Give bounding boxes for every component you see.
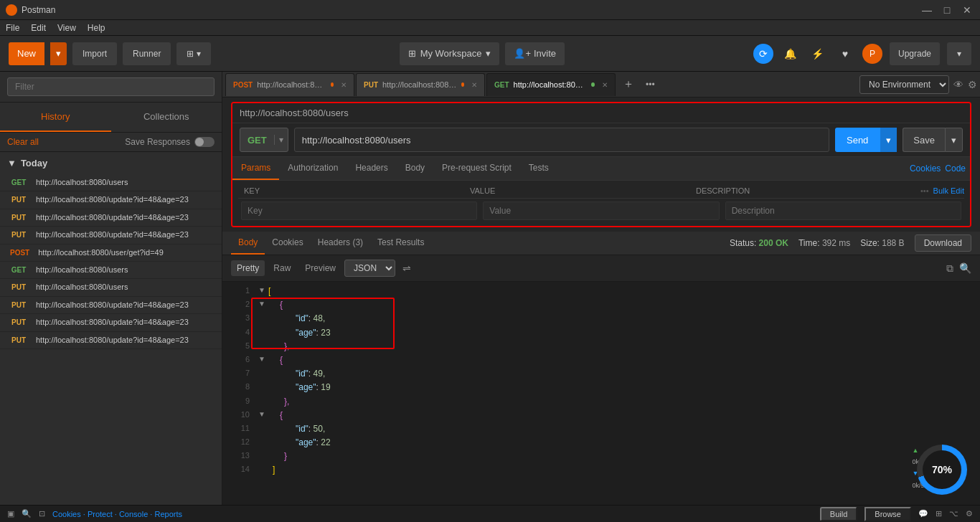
clear-all-button[interactable]: Clear all [7,137,39,147]
close-button[interactable]: ✕ [960,3,974,17]
env-settings-button[interactable]: ⚙ [968,79,977,90]
main-layout: History Collections Clear all Save Respo… [0,72,980,505]
description-input[interactable] [725,201,961,220]
tab-headers[interactable]: Headers [347,157,396,180]
tab-post-person[interactable]: POST http://localhost:8080/person/s ✕ [225,73,354,96]
menu-view[interactable]: View [57,23,76,33]
cookies-link[interactable]: Cookies [910,158,941,179]
menu-edit[interactable]: Edit [31,23,46,33]
tab-close-icon[interactable]: ✕ [602,81,608,89]
tab-body[interactable]: Body [397,157,433,180]
import-button[interactable]: Import [72,42,117,65]
list-item[interactable]: GET http://localhost:8080/users [0,174,222,191]
tab-params[interactable]: Params [232,157,279,180]
menu-file[interactable]: File [6,23,19,33]
new-dropdown-button[interactable]: ▾ [50,42,67,65]
search-icon[interactable]: 🔍 [22,509,32,518]
notifications-button[interactable]: 🔔 [781,44,801,64]
sidebar-toggle-icon[interactable]: ▣ [7,509,14,518]
time-label-text: Time: [798,238,820,248]
env-eye-button[interactable]: 👁 [953,79,963,90]
tab-history[interactable]: History [0,103,111,132]
code-brace: { [280,409,283,422]
avatar[interactable]: P [862,44,882,64]
environment-select[interactable]: No Environment [859,75,949,94]
tab-put-person[interactable]: PUT http://localhost:8080/person/sa ✕ [356,73,485,96]
tab-get-users[interactable]: GET http://localhost:8080/users ✕ [486,73,616,96]
save-dropdown-button[interactable]: ▾ [945,128,963,152]
tab-test-results[interactable]: Test Results [370,232,431,255]
settings-icon[interactable]: ⚙ [966,509,973,518]
more-tabs-button[interactable]: ••• [641,80,659,90]
list-item[interactable]: PUT http://localhost:8080/update?id=48&a… [0,209,222,227]
collapse-arrow[interactable]: ▼ [258,409,265,420]
workspace-button[interactable]: ⊞ My Workspace ▾ [400,42,500,65]
value-input[interactable] [483,201,719,220]
layout-button[interactable]: ⊞ ▾ [176,42,210,65]
alerts-button[interactable]: ⚡ [808,44,828,64]
copy-button[interactable]: ⧉ [946,262,953,275]
method-dropdown-arrow[interactable]: ▾ [274,135,288,145]
format-pretty-button[interactable]: Pretty [231,260,265,276]
upgrade-button[interactable]: Upgrade [890,42,940,65]
list-item[interactable]: PUT http://localhost:8080/update?id=48&a… [0,314,222,331]
collapse-arrow[interactable]: ▼ [258,353,265,365]
list-item[interactable]: PUT http://localhost:8080/users [0,279,222,296]
url-input[interactable] [294,128,829,152]
build-button[interactable]: Build [820,507,857,521]
list-item[interactable]: PUT http://localhost:8080/update?id=48&a… [0,227,222,244]
tab-response-cookies[interactable]: Cookies [265,232,310,255]
maximize-button[interactable]: □ [940,3,954,17]
sync-button[interactable]: ⟳ [753,44,773,64]
collapse-arrow[interactable]: ▼ [258,298,265,310]
filter-input[interactable] [7,77,215,96]
tab-collections[interactable]: Collections [111,103,222,132]
format-preview-button[interactable]: Preview [299,260,341,276]
code-icon[interactable]: ⌥ [949,509,958,518]
console-icon[interactable]: ⊡ [39,509,45,518]
save-button[interactable]: Save [903,128,945,152]
new-button[interactable]: New [9,42,44,65]
wrap-icon[interactable]: ⇌ [398,262,415,274]
code-area[interactable]: 1 ▼ [ 2 ▼ { 3 "id": 48, [222,282,980,505]
list-item[interactable]: PUT http://localhost:8080/update?id=48&a… [0,191,222,209]
menu-help[interactable]: Help [88,23,105,33]
code-content: "age": 22 [296,436,331,450]
tab-authorization[interactable]: Authorization [279,157,347,180]
list-item[interactable]: PUT http://localhost:8080/update?id=48&a… [0,332,222,349]
params-row [238,199,964,223]
list-item[interactable]: PUT http://localhost:8080/update?id=48&a… [0,297,222,314]
favorites-button[interactable]: ♥ [835,44,855,64]
list-item[interactable]: POST http://localhost:8080/user/get?id=4… [0,245,222,262]
upgrade-arrow-button[interactable]: ▾ [947,42,971,65]
tab-close-icon[interactable]: ✕ [341,81,347,89]
save-toggle[interactable] [194,137,215,147]
search-button[interactable]: 🔍 [959,262,971,275]
invite-button[interactable]: 👤+ Invite [505,42,565,65]
send-button[interactable]: Send [835,128,880,152]
send-dropdown-button[interactable]: ▾ [880,128,897,152]
tab-close-icon[interactable]: ✕ [471,81,477,89]
language-select[interactable]: JSON XML HTML [344,260,395,277]
format-raw-button[interactable]: Raw [268,260,296,276]
download-button[interactable]: Download [915,234,971,252]
more-options-icon[interactable]: ••• [916,186,933,195]
code-link[interactable]: Code [941,158,970,179]
runner-button[interactable]: Runner [123,42,171,65]
chat-icon[interactable]: 💬 [918,509,928,518]
tab-prerequest[interactable]: Pre-request Script [433,157,520,180]
minimize-button[interactable]: — [920,3,934,17]
line-number: 11 [228,422,250,435]
browse-button[interactable]: Browse [864,507,911,521]
tab-tests[interactable]: Tests [520,157,557,180]
method-badge: PUT [7,213,30,222]
layout-icon[interactable]: ⊞ [936,509,942,518]
bulk-edit-button[interactable]: Bulk Edit [933,186,964,195]
tab-response-headers[interactable]: Headers (3) [311,232,370,255]
collapse-arrow[interactable]: ▼ [258,285,265,296]
statusbar-left: ▣ 🔍 ⊡ Cookies · Protect · Console · Repo… [7,509,182,518]
tab-response-body[interactable]: Body [231,232,265,255]
add-tab-button[interactable]: ＋ [617,77,640,92]
key-input[interactable] [241,201,477,220]
list-item[interactable]: GET http://localhost:8080/users [0,262,222,279]
